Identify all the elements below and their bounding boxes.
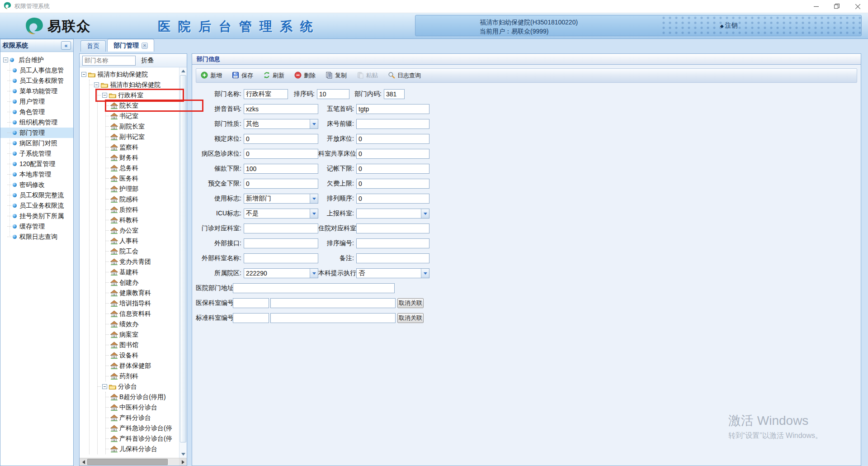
tree-leaf-质控科[interactable]: 质控科: [106, 204, 179, 215]
name-input[interactable]: [270, 298, 396, 308]
scroll-down-icon[interactable]: [179, 451, 187, 458]
minimize-button[interactable]: [806, 0, 826, 13]
tree-leaf-产科首诊分诊台(停[interactable]: 产科首诊分诊台(停: [106, 433, 179, 444]
sidebar-item-用户管理[interactable]: 用户管理: [0, 96, 73, 107]
unlink-button[interactable]: 取消关联: [397, 313, 424, 323]
close-button[interactable]: [847, 0, 868, 13]
tree-leaf-图书馆[interactable]: 图书馆: [106, 340, 179, 350]
tree-leaf-护理部[interactable]: 护理部: [106, 184, 179, 194]
tree-leaf-党办共青团[interactable]: 党办共青团: [106, 257, 179, 267]
field-input[interactable]: [356, 104, 429, 114]
fold-button[interactable]: 折叠: [141, 57, 154, 65]
sidebar-root-node[interactable]: 后台维护: [0, 55, 73, 65]
sidebar-item-员工业务权限流[interactable]: 员工业务权限流: [0, 200, 73, 211]
toolbar-add-button[interactable]: 新增: [201, 71, 222, 80]
tree-leaf-培训指导科[interactable]: 培训指导科: [106, 298, 179, 309]
tree-leaf-药剂科[interactable]: 药剂科: [106, 371, 179, 381]
tree-leaf-财务科[interactable]: 财务科: [106, 152, 179, 163]
field-input[interactable]: [244, 134, 318, 144]
scroll-up-icon[interactable]: [179, 67, 187, 75]
sidebar-item-员工权限完整流[interactable]: 员工权限完整流: [0, 190, 73, 200]
dropdown-button[interactable]: [310, 269, 318, 278]
tree-folder-分诊台[interactable]: 分诊台: [98, 381, 179, 392]
dropdown-button[interactable]: [310, 119, 318, 128]
toolbar-delete-button[interactable]: 删除: [294, 71, 316, 80]
tree-folder-福清市妇幼保健院[interactable]: 福清市妇幼保健院: [81, 69, 179, 80]
field-input[interactable]: [356, 179, 429, 189]
sidebar-item-角色管理[interactable]: 角色管理: [0, 107, 73, 117]
tree-vertical-scrollbar[interactable]: [179, 67, 187, 458]
tree-leaf-书记室[interactable]: 书记室: [106, 111, 179, 121]
unlink-button[interactable]: 取消关联: [397, 298, 424, 308]
field-input[interactable]: [244, 89, 288, 99]
address-input[interactable]: [233, 283, 395, 293]
tree-leaf-院工会[interactable]: 院工会: [106, 246, 179, 257]
field-input[interactable]: [356, 164, 429, 174]
tree-folder-福清市妇幼保健院[interactable]: 福清市妇幼保健院: [90, 80, 179, 90]
toolbar-save-button[interactable]: 保存: [232, 71, 253, 80]
tree-leaf-科教科[interactable]: 科教科: [106, 215, 179, 225]
sidebar-item-员工人事信息管[interactable]: 员工人事信息管: [0, 65, 73, 76]
sidebar-item-密码修改[interactable]: 密码修改: [0, 180, 73, 190]
tree-leaf-儿保科分诊台[interactable]: 儿保科分诊台: [106, 444, 179, 454]
sidebar-item-子系统管理[interactable]: 子系统管理: [0, 148, 73, 159]
sidebar-item-员工业务权限管[interactable]: 员工业务权限管: [0, 76, 73, 86]
toolbar-refresh-button[interactable]: 刷新: [263, 71, 284, 80]
department-search-input[interactable]: [82, 56, 136, 66]
dropdown-button[interactable]: [310, 209, 318, 218]
field-input[interactable]: [384, 89, 405, 99]
tree-leaf-总务科[interactable]: 总务科: [106, 163, 179, 173]
dropdown-button[interactable]: [421, 269, 429, 278]
collapse-expander-icon[interactable]: [102, 384, 107, 389]
tree-leaf-监察科[interactable]: 监察科: [106, 142, 179, 152]
field-select[interactable]: 否: [356, 268, 429, 278]
tree-leaf-绩效办[interactable]: 绩效办: [106, 319, 179, 329]
sidebar-item-部门管理[interactable]: 部门管理: [0, 128, 73, 138]
field-input[interactable]: [356, 194, 429, 204]
tree-leaf-健康教育科[interactable]: 健康教育科: [106, 288, 179, 298]
field-input[interactable]: [244, 253, 318, 263]
code-input[interactable]: [233, 313, 269, 323]
tree-leaf-副院长室[interactable]: 副院长室: [106, 121, 179, 132]
field-select[interactable]: 其他: [244, 119, 318, 129]
scroll-left-icon[interactable]: [80, 458, 87, 466]
scroll-right-icon[interactable]: [179, 458, 187, 466]
tree-leaf-产科分诊台[interactable]: 产科分诊台: [106, 413, 179, 423]
field-select[interactable]: 新增部门: [244, 194, 318, 204]
field-input[interactable]: [244, 238, 318, 248]
toolbar-log-search-button[interactable]: 日志查询: [388, 71, 421, 80]
field-select[interactable]: 222290: [244, 268, 318, 278]
tab-close-icon[interactable]: ✕: [142, 43, 148, 49]
tab-首页[interactable]: 首页: [80, 40, 106, 52]
tree-leaf-办公室[interactable]: 办公室: [106, 225, 179, 236]
field-input[interactable]: [356, 253, 429, 263]
tree-horizontal-scrollbar[interactable]: [80, 458, 187, 466]
field-input[interactable]: [317, 89, 349, 99]
dropdown-button[interactable]: [421, 209, 429, 218]
field-input[interactable]: [244, 223, 318, 233]
field-input[interactable]: [244, 104, 318, 114]
tab-部门管理[interactable]: 部门管理✕: [107, 39, 154, 52]
tree-leaf-医务科[interactable]: 医务科: [106, 173, 179, 184]
tree-leaf-B超分诊台(停用)[interactable]: B超分诊台(停用): [106, 392, 179, 402]
sidebar-item-菜单功能管理[interactable]: 菜单功能管理: [0, 86, 73, 96]
field-input[interactable]: [244, 149, 318, 159]
tree-leaf-人事科[interactable]: 人事科: [106, 236, 179, 246]
collapse-expander-icon[interactable]: [81, 72, 86, 77]
tree-leaf-院长室[interactable]: 院长室: [106, 100, 179, 111]
sidebar-collapse-button[interactable]: «: [61, 41, 71, 50]
toolbar-copy-button[interactable]: 复制: [326, 71, 347, 80]
name-input[interactable]: [270, 313, 396, 323]
field-input[interactable]: [356, 134, 429, 144]
tree-leaf-产科急诊分诊台(停[interactable]: 产科急诊分诊台(停: [106, 423, 179, 433]
tree-leaf-创建办[interactable]: 创建办: [106, 277, 179, 288]
dropdown-button[interactable]: [310, 194, 318, 203]
field-input[interactable]: [244, 164, 318, 174]
collapse-expander-icon[interactable]: [94, 82, 99, 87]
tree-leaf-信息资料科[interactable]: 信息资料科: [106, 309, 179, 319]
tree-leaf-院感科[interactable]: 院感科: [106, 194, 179, 204]
tree-leaf-中医科分诊台[interactable]: 中医科分诊台: [106, 402, 179, 413]
logout-button[interactable]: ◆ 注销: [720, 22, 738, 30]
tree-leaf-病案室[interactable]: 病案室: [106, 329, 179, 340]
field-select[interactable]: 不是: [244, 209, 318, 219]
